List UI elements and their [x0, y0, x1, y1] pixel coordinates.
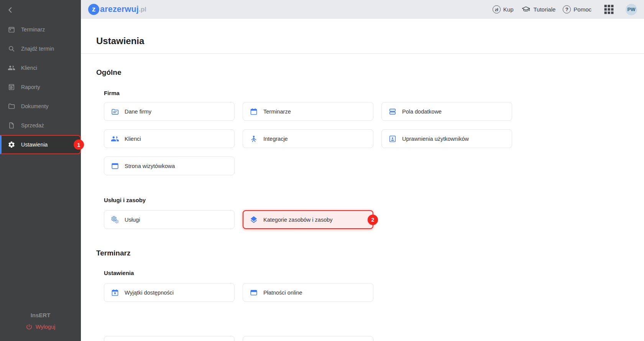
section-heading-ogolne: Ogólne [96, 68, 644, 77]
card-pola-dodatkowe[interactable]: Pola dodatkowe [381, 102, 512, 121]
group-label-uslugi-i-zasoby: Usługi i zasoby [104, 197, 644, 203]
layers-icon [250, 216, 258, 224]
sidebar-item-znajdz-termin[interactable]: Znajdź termin [0, 39, 81, 58]
sidebar-footer: InsERT Wyloguj [0, 312, 81, 332]
graduation-cap-icon [521, 5, 531, 14]
logo-tld: .pl [139, 6, 146, 13]
power-icon [26, 323, 33, 330]
buy-label: Kup [503, 6, 514, 13]
annotation-step-2-badge: 2 [368, 214, 378, 225]
card-wyjatki-dostepnosci[interactable]: Wyjątki dostępności [104, 283, 235, 302]
card-label: Kategorie zasobów i zasoby [263, 217, 333, 223]
card-label: Pola dodatkowe [402, 109, 442, 115]
currency-zl-icon: zł [493, 5, 501, 13]
card-label: Strona wizytówkowa [125, 163, 175, 169]
brand-label: InsERT [0, 312, 81, 318]
people-icon [111, 135, 119, 143]
sidebar-item-klienci[interactable]: Klienci [0, 58, 81, 77]
card-terminarze[interactable]: Terminarze [243, 102, 373, 121]
card-grid-firma: Dane firmy Terminarze Pola dodatkowe K [104, 102, 512, 175]
annotation-step-1-badge: 1 [74, 140, 84, 150]
help-button[interactable]: ? Pomoc [563, 5, 591, 13]
back-button[interactable] [0, 0, 81, 20]
question-icon: ? [563, 5, 571, 13]
main-area: z arezerwuj .pl zł Kup Tutoriale ? Pomoc [81, 0, 644, 341]
card-label: Uprawnienia użytkowników [402, 136, 469, 142]
help-label: Pomoc [573, 6, 591, 13]
grid-icon [604, 4, 614, 15]
logo-name: arezerwuj [100, 5, 139, 14]
folder-icon [8, 102, 15, 110]
user-permissions-icon [388, 135, 397, 143]
gears-icon [111, 216, 119, 224]
integrations-icon [250, 135, 258, 143]
section-heading-terminarz: Terminarz [96, 249, 644, 257]
group-label-ustawienia: Ustawienia [104, 270, 644, 276]
sidebar-item-label: Ustawienia [21, 142, 48, 148]
card-label: Terminarze [263, 109, 291, 115]
buy-button[interactable]: zł Kup [493, 5, 514, 13]
calendar-icon [250, 107, 258, 116]
card-platnosci-online[interactable]: Płatności online [243, 283, 373, 302]
top-header: z arezerwuj .pl zł Kup Tutoriale ? Pomoc [81, 0, 644, 19]
card-strona-wizytowkowa[interactable]: Strona wizytówkowa [104, 156, 235, 175]
chevron-left-icon [6, 6, 15, 14]
logout-button[interactable]: Wyloguj [26, 323, 55, 330]
card-integracje[interactable]: Integracje [243, 129, 373, 148]
partial-card[interactable] [104, 336, 235, 341]
card-label: Dane firmy [125, 109, 151, 115]
card-label: Usługi [125, 217, 140, 223]
sidebar-item-label: Raporty [21, 84, 40, 90]
people-icon [8, 64, 15, 72]
logout-label: Wyloguj [36, 324, 55, 330]
file-icon [8, 122, 15, 129]
sidebar-item-label: Klienci [21, 65, 37, 71]
card-grid-terminarz: Wyjątki dostępności Płatności online [104, 283, 512, 302]
search-icon [8, 45, 15, 53]
website-icon [111, 162, 119, 170]
card-label: Integracje [263, 136, 288, 142]
report-icon [8, 83, 15, 91]
card-grid-uslugi: Usługi Kategorie zasobów i zasoby 2 [104, 210, 512, 229]
card-klienci[interactable]: Klienci [104, 129, 235, 148]
avatar[interactable]: PW [626, 4, 637, 15]
calendar-icon [8, 26, 15, 33]
apps-grid-icon[interactable] [604, 4, 614, 15]
sidebar: Terminarz Znajdź termin Klienci Raporty … [0, 0, 81, 341]
logo-mark: z [88, 4, 99, 15]
page-title: Ustawienia [96, 36, 644, 46]
tutorials-label: Tutoriale [534, 6, 556, 13]
card-label: Klienci [125, 136, 141, 142]
fields-icon [388, 107, 397, 116]
header-actions: zł Kup Tutoriale ? Pomoc [493, 5, 591, 14]
credit-card-icon [250, 288, 258, 297]
gear-icon [8, 141, 15, 148]
group-label-firma: Firma [104, 90, 644, 96]
sidebar-item-ustawienia[interactable]: Ustawienia 1 [0, 135, 81, 154]
card-kategorie-zasobow-i-zasoby[interactable]: Kategorie zasobów i zasoby 2 [243, 210, 373, 229]
calendar-x-icon [111, 288, 119, 297]
sidebar-item-label: Dokumenty [21, 103, 49, 109]
card-dane-firmy[interactable]: Dane firmy [104, 102, 235, 121]
sidebar-item-label: Sprzedaż [21, 122, 44, 128]
sidebar-item-terminarz[interactable]: Terminarz [0, 20, 81, 39]
tutorials-button[interactable]: Tutoriale [521, 5, 556, 14]
sidebar-item-sprzedaz[interactable]: Sprzedaż [0, 116, 81, 135]
company-data-icon [111, 107, 119, 116]
card-label: Płatności online [263, 290, 302, 296]
card-grid-partial [104, 336, 512, 341]
partial-card[interactable] [243, 336, 373, 341]
card-uprawnienia-uzytkownikow[interactable]: Uprawnienia użytkowników [381, 129, 512, 148]
sidebar-item-label: Znajdź termin [21, 46, 54, 52]
divider [81, 53, 644, 54]
app-logo[interactable]: z arezerwuj .pl [88, 4, 146, 15]
settings-page: Ustawienia Ogólne Firma Dane firmy Termi… [81, 19, 644, 341]
sidebar-item-dokumenty[interactable]: Dokumenty [0, 97, 81, 116]
card-label: Wyjątki dostępności [125, 290, 174, 296]
sidebar-item-label: Terminarz [21, 26, 45, 33]
card-uslugi[interactable]: Usługi [104, 210, 235, 229]
sidebar-item-raporty[interactable]: Raporty [0, 77, 81, 97]
